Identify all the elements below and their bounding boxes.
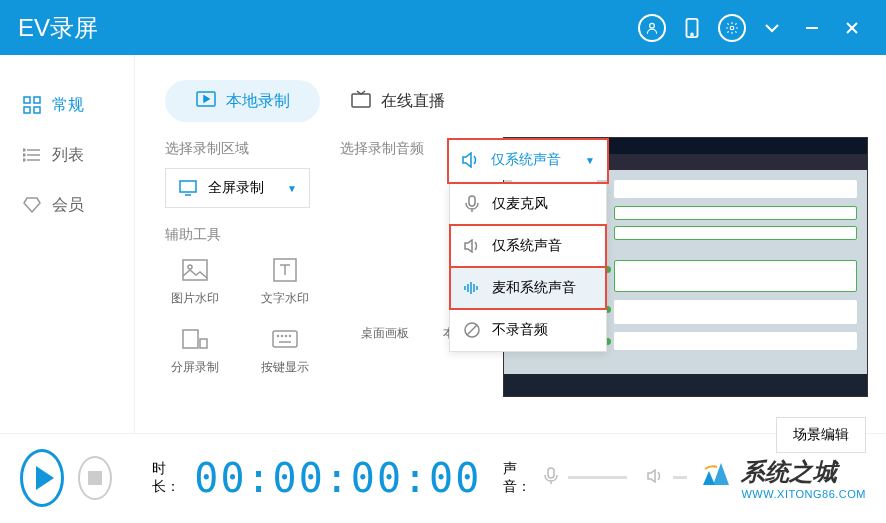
text-icon: [271, 256, 299, 284]
svg-point-38: [290, 336, 291, 337]
tool-label: 按键显示: [261, 359, 309, 376]
audio-option-label: 不录音频: [492, 321, 548, 339]
minimize-button[interactable]: [796, 12, 828, 44]
mic-volume-slider[interactable]: [568, 476, 627, 479]
svg-rect-8: [34, 97, 40, 103]
svg-point-37: [286, 336, 287, 337]
speaker-icon: [647, 469, 663, 487]
tool-split-screen[interactable]: 分屏录制: [165, 325, 225, 376]
chevron-down-icon: ▼: [287, 183, 297, 194]
area-selected: 全屏录制: [208, 179, 277, 197]
duration-label: 时长：: [152, 460, 183, 496]
tool-key-display[interactable]: 按键显示: [255, 325, 315, 376]
tab-local-record[interactable]: 本地录制: [165, 80, 320, 122]
svg-rect-19: [180, 181, 196, 192]
microphone-icon: [544, 467, 558, 489]
area-section-label: 选择录制区域: [165, 140, 310, 158]
sidebar-item-member[interactable]: 会员: [0, 180, 134, 230]
sidebar-label: 会员: [52, 195, 84, 216]
audio-option-label: 仅系统声音: [492, 237, 562, 255]
chevron-down-icon: ▼: [585, 155, 595, 166]
svg-rect-7: [24, 97, 30, 103]
sidebar-item-list[interactable]: 列表: [0, 130, 134, 180]
account-icon[interactable]: [636, 12, 668, 44]
svg-point-0: [650, 23, 655, 28]
svg-rect-34: [273, 331, 297, 347]
svg-point-15: [23, 154, 25, 156]
svg-point-30: [188, 265, 192, 269]
diamond-icon: [22, 197, 42, 213]
tool-label: 文字水印: [261, 290, 309, 307]
svg-point-16: [23, 159, 25, 161]
grid-icon: [22, 96, 42, 114]
svg-line-28: [467, 325, 477, 335]
audio-option-both[interactable]: 麦和系统声音: [450, 267, 606, 309]
sidebar: 常规 列表 会员: [0, 55, 135, 433]
sidebar-label: 常规: [52, 95, 84, 116]
tool-label: 桌面画板: [361, 325, 409, 342]
mute-icon: [462, 322, 482, 338]
app-title: EV录屏: [18, 12, 98, 44]
svg-point-3: [730, 26, 734, 30]
microphone-icon: [462, 195, 482, 213]
brand-name: 系统之城: [741, 456, 866, 488]
svg-rect-10: [34, 107, 40, 113]
volume-label: 声音：: [503, 460, 534, 496]
audio-option-label: 仅麦克风: [492, 195, 548, 213]
svg-rect-33: [200, 339, 207, 348]
svg-rect-40: [548, 468, 554, 478]
tool-image-watermark[interactable]: 图片水印: [165, 256, 225, 307]
audio-option-label: 麦和系统声音: [492, 279, 576, 297]
audio-dropdown-panel: 仅系统声音 ▼ 仅麦克风 仅系统声音 麦和系统声音: [449, 140, 607, 352]
audio-option-mic[interactable]: 仅麦克风: [450, 183, 606, 225]
svg-point-2: [691, 33, 693, 35]
audio-option-system[interactable]: 仅系统声音: [450, 225, 606, 267]
svg-rect-29: [183, 260, 207, 280]
timer-display: 00:00:00:00: [194, 455, 481, 501]
monitor-icon: [178, 180, 198, 196]
svg-rect-21: [469, 196, 475, 206]
svg-rect-9: [24, 107, 30, 113]
footer-bar: 时长： 00:00:00:00 声音： 系统之城 WWW.XITONG86.CO…: [0, 433, 886, 521]
stop-button[interactable]: [78, 456, 111, 500]
sound-wave-icon: [462, 281, 482, 295]
audio-section-label: 选择录制音频: [340, 140, 424, 158]
svg-rect-32: [183, 330, 198, 348]
area-dropdown[interactable]: 全屏录制 ▼: [165, 168, 310, 208]
sidebar-label: 列表: [52, 145, 84, 166]
main-panel: 本地录制 在线直播 选择录制区域 全屏录制 ▼ 选择录制音频: [135, 55, 886, 433]
svg-point-14: [23, 149, 25, 151]
mobile-icon[interactable]: [676, 12, 708, 44]
tv-icon: [351, 90, 371, 112]
tool-desktop-draw[interactable]: 桌面画板: [355, 325, 415, 376]
keyboard-icon: [271, 325, 299, 353]
speaker-icon: [461, 152, 481, 168]
image-icon: [181, 256, 209, 284]
settings-icon[interactable]: [716, 12, 748, 44]
close-button[interactable]: [836, 12, 868, 44]
title-bar: EV录屏: [0, 0, 886, 55]
speaker-icon: [462, 239, 482, 253]
record-icon: [196, 91, 216, 111]
audio-selected: 仅系统声音: [491, 151, 575, 169]
svg-point-35: [278, 336, 279, 337]
tool-label: 图片水印: [171, 290, 219, 307]
brand-logo-icon: [697, 455, 735, 501]
tab-label: 在线直播: [381, 91, 445, 112]
tab-online-stream[interactable]: 在线直播: [320, 80, 475, 122]
svg-rect-18: [352, 94, 370, 107]
sidebar-item-general[interactable]: 常规: [0, 80, 134, 130]
speaker-volume-slider[interactable]: [673, 476, 688, 479]
brand-url: WWW.XITONG86.COM: [741, 488, 866, 500]
dropdown-menu-icon[interactable]: [756, 12, 788, 44]
record-button[interactable]: [20, 449, 64, 507]
scene-edit-button[interactable]: 场景编辑: [776, 417, 866, 453]
tool-text-watermark[interactable]: 文字水印: [255, 256, 315, 307]
list-icon: [22, 148, 42, 162]
tool-label: 分屏录制: [171, 359, 219, 376]
brand-watermark: 系统之城 WWW.XITONG86.COM: [697, 455, 866, 501]
split-icon: [181, 325, 209, 353]
audio-dropdown-selected[interactable]: 仅系统声音 ▼: [449, 140, 607, 180]
svg-point-36: [282, 336, 283, 337]
audio-option-none[interactable]: 不录音频: [450, 309, 606, 351]
